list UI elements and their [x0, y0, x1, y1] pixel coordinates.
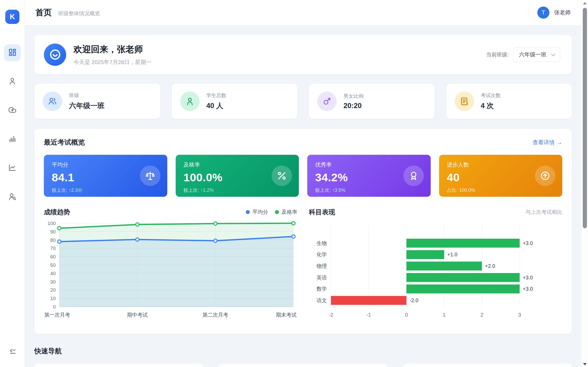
sidebar-item-upload[interactable] [4, 102, 21, 119]
svg-text:化学: 化学 [316, 252, 327, 257]
welcome-date: 今天是 2025年7月28日，星期一 [74, 58, 152, 66]
stat-card-students: 学生总数 40 人 [172, 84, 298, 119]
male-symbol-icon [317, 92, 337, 111]
trend-chart-legend: 平均分 及格率 [246, 209, 297, 216]
stat-card-class: 班级 六年级一班 [34, 84, 160, 119]
quick-nav-card[interactable] [403, 364, 572, 367]
stat-label: 学生总数 [206, 92, 226, 99]
sidebar-collapse-button[interactable] [8, 348, 16, 357]
svg-text:-2.0: -2.0 [409, 297, 418, 303]
stat-value: 4 次 [481, 101, 501, 110]
trend-chart-section: 成绩趋势 平均分 及格率 0102030405060708090100第一次月考… [44, 208, 297, 323]
sidebar-item-statistics[interactable] [4, 131, 21, 148]
bar-chart-icon [8, 135, 17, 144]
student-icon [180, 92, 200, 111]
view-details-label: 查看详情 [533, 139, 555, 146]
sidebar-item-dashboard[interactable] [4, 44, 21, 61]
vertical-scrollbar[interactable] [581, 0, 588, 367]
svg-text:0: 0 [405, 312, 408, 318]
stat-value: 六年级一班 [69, 101, 105, 110]
section-title-exam-overview: 最近考试概览 [44, 138, 85, 147]
svg-text:1: 1 [443, 312, 446, 318]
smiley-icon [44, 44, 66, 66]
scroll-down-arrow-icon[interactable] [583, 363, 587, 365]
sidebar: K [0, 0, 25, 367]
stat-label: 男女比例 [344, 93, 363, 100]
metric-sub-change: 100.0% [459, 188, 475, 193]
main-content: 欢迎回来，张老师 今天是 2025年7月28日，星期一 当前班级: 六年级一班 … [25, 25, 581, 367]
stat-label: 考试次数 [481, 92, 501, 99]
svg-text:第一次月考: 第一次月考 [44, 312, 70, 318]
scrollbar-thumb[interactable] [583, 8, 587, 228]
user-search-icon [8, 192, 17, 202]
stat-value: 40 人 [206, 101, 226, 110]
svg-text:30: 30 [50, 279, 56, 284]
stat-label: 班级 [69, 92, 105, 99]
svg-text:+3.0: +3.0 [523, 286, 533, 292]
user-avatar[interactable]: T [537, 7, 549, 19]
page-title: 首页 [35, 7, 52, 18]
metric-sub-change: ↑3.5% [332, 188, 345, 193]
metric-label: 平均分 [52, 161, 159, 168]
svg-text:+3.0: +3.0 [523, 275, 533, 280]
collapse-sidebar-icon [8, 352, 16, 356]
stat-card-exams: 考试次数 4 次 [446, 84, 572, 119]
section-title-quick-nav: 快速导航 [34, 347, 572, 356]
app-logo: K [5, 10, 19, 24]
sidebar-item-student-search[interactable] [4, 189, 21, 205]
metric-sub-prefix: 较上次: [52, 188, 67, 193]
percent-icon [272, 166, 292, 186]
current-class-label: 当前班级: [486, 51, 509, 58]
user-name[interactable]: 张老师 [554, 9, 571, 16]
metric-sub-change: ↑1.2% [201, 188, 214, 193]
stat-value: 20:20 [344, 102, 363, 110]
metric-label: 进步人数 [447, 161, 555, 168]
svg-text:90: 90 [50, 229, 56, 235]
legend-label: 平均分 [252, 209, 268, 216]
quick-nav-cards [34, 364, 572, 367]
svg-text:语文: 语文 [316, 297, 327, 303]
welcome-card: 欢迎回来，张老师 今天是 2025年7月28日，星期一 当前班级: 六年级一班 [34, 35, 572, 74]
arrow-right-icon: → [557, 139, 562, 146]
metric-label: 及格率 [184, 161, 291, 168]
exam-overview-card: 最近考试概览 查看详情 → 平均分 84.1 较上次:↑2.3分 及格率 100… [34, 129, 572, 334]
trend-chart-title: 成绩趋势 [44, 208, 70, 216]
quick-nav-card[interactable] [219, 364, 387, 367]
svg-text:+3.0: +3.0 [523, 240, 533, 246]
subject-chart-section: 科目表现 与上次考试相比 -2-10123生物+3.0化学+1.0物理+2.0英… [309, 208, 562, 323]
metric-sub-prefix: 占比: [447, 188, 458, 193]
svg-text:生物: 生物 [316, 240, 327, 246]
metric-card-improved: 进步人数 40 占比:100.0% [439, 155, 563, 197]
svg-text:0: 0 [53, 304, 56, 310]
class-select[interactable]: 六年级一班 [513, 47, 560, 62]
svg-text:数学: 数学 [316, 286, 327, 292]
svg-text:2: 2 [481, 312, 483, 318]
svg-text:40: 40 [50, 271, 56, 276]
svg-text:3: 3 [518, 312, 521, 318]
svg-text:-2: -2 [329, 312, 333, 318]
trend-line-chart: 0102030405060708090100第一次月考期中考试第二次月考期末考试 [44, 219, 297, 323]
scroll-up-arrow-icon[interactable] [583, 2, 587, 4]
subject-chart-note: 与上次考试相比 [525, 209, 562, 216]
metric-label: 优秀率 [315, 161, 423, 168]
legend-label: 及格率 [282, 209, 297, 216]
sidebar-item-trends[interactable] [4, 160, 21, 177]
svg-text:100: 100 [48, 221, 56, 226]
svg-text:期中考试: 期中考试 [127, 312, 148, 318]
sidebar-item-students[interactable] [4, 73, 21, 90]
chevron-down-icon [551, 52, 555, 56]
header-divider [528, 7, 528, 18]
svg-text:第二次月考: 第二次月考 [202, 312, 228, 318]
svg-text:物理: 物理 [316, 263, 327, 269]
award-icon [403, 166, 424, 186]
svg-text:10: 10 [50, 296, 56, 301]
exam-scroll-icon [455, 92, 474, 111]
dashboard-icon [8, 48, 17, 57]
svg-text:英语: 英语 [316, 275, 327, 280]
users-icon [43, 92, 62, 111]
arrow-up-circle-icon [535, 166, 555, 186]
svg-text:80: 80 [50, 237, 56, 243]
quick-nav-card[interactable] [34, 364, 203, 367]
view-details-link[interactable]: 查看详情 → [533, 139, 562, 146]
line-chart-icon [8, 163, 17, 173]
